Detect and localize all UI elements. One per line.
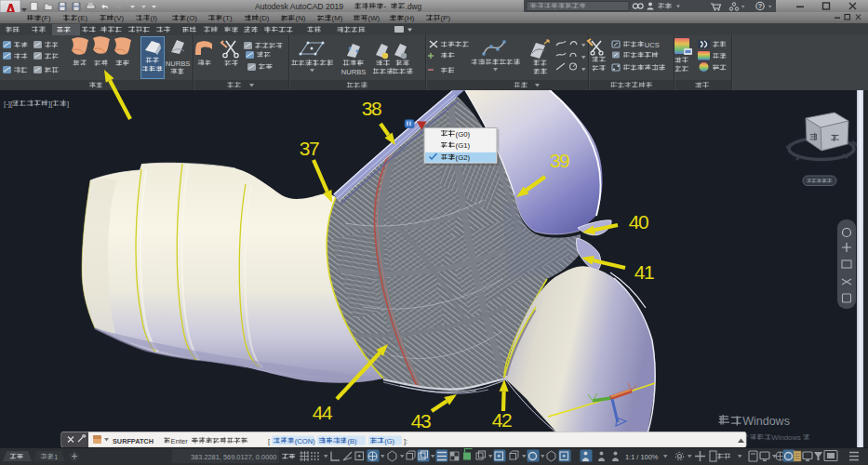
svg-text:383.2281, 569.0127, 0.0000: 383.2281, 569.0127, 0.0000 [191, 453, 276, 461]
svg-text:(E): (E) [78, 14, 88, 22]
svg-text:Autodesk AutoCAD 2019: Autodesk AutoCAD 2019 [255, 2, 343, 11]
svg-text:Windows: Windows [771, 433, 801, 442]
svg-text:(P): (P) [441, 14, 451, 22]
svg-text:(V): (V) [114, 14, 125, 22]
svg-text:43: 43 [411, 410, 431, 432]
svg-text:?: ? [758, 2, 763, 10]
svg-text:(O): (O) [187, 14, 198, 22]
svg-text:(M): (M) [332, 14, 343, 22]
svg-text:NURBS: NURBS [166, 60, 191, 68]
svg-text:37: 37 [300, 138, 319, 159]
svg-text:.dwg: .dwg [406, 2, 422, 11]
svg-text:41: 41 [634, 261, 654, 283]
svg-text:1: 1 [54, 453, 58, 461]
svg-text:(G): (G) [384, 437, 394, 445]
svg-text:NURBS: NURBS [341, 68, 367, 76]
svg-text:(F): (F) [42, 14, 51, 22]
svg-text:SURFPATCH: SURFPATCH [113, 437, 154, 445]
svg-text:(G1): (G1) [456, 141, 471, 150]
svg-text:(N): (N) [296, 14, 306, 22]
svg-text:UCS: UCS [645, 41, 660, 49]
svg-text:-: - [384, 2, 387, 11]
svg-text:(I): (I) [151, 14, 158, 22]
svg-text:]: ] [67, 100, 69, 108]
svg-text:39: 39 [550, 150, 569, 171]
svg-text:40: 40 [629, 211, 648, 232]
svg-text:(H): (H) [405, 14, 415, 22]
svg-text:(W): (W) [368, 14, 381, 22]
svg-text:Windows: Windows [742, 415, 790, 428]
svg-text:(T): (T) [223, 14, 233, 22]
svg-text:(CON): (CON) [295, 437, 315, 445]
svg-text:(G0): (G0) [456, 130, 471, 139]
svg-text:42: 42 [492, 409, 512, 431]
svg-text:(G2): (G2) [456, 153, 471, 162]
svg-text:(B): (B) [347, 437, 357, 445]
svg-text:1:1 / 100%: 1:1 / 100% [625, 453, 659, 461]
svg-text:[-][: [-][ [4, 100, 13, 108]
svg-text:(D): (D) [260, 14, 270, 22]
svg-text:]:: ]: [404, 437, 407, 445]
svg-text:44: 44 [313, 402, 333, 423]
svg-text:38: 38 [362, 98, 381, 119]
svg-text:Enter: Enter [171, 437, 189, 445]
